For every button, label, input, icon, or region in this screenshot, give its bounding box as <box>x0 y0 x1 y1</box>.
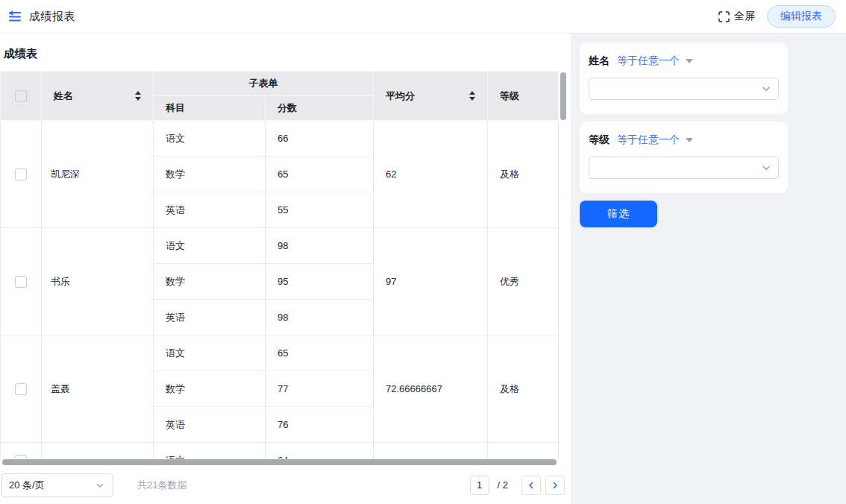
header-score: 分数 <box>266 96 374 121</box>
filter-head: 等级 等于任意一个 <box>589 133 779 147</box>
pagination-bar: 20 条/页 共21条数据 1 / 2 <box>0 466 571 504</box>
main-content: 成绩表 姓名 <box>0 34 846 504</box>
header-name-label: 姓名 <box>54 89 73 103</box>
average-cell: 97 <box>374 228 488 336</box>
filter-card-name: 姓名 等于任意一个 <box>580 42 788 114</box>
page-indicator: / 2 <box>498 479 508 491</box>
subject-cell: 数学 <box>154 371 266 407</box>
sort-average-icon[interactable] <box>469 91 475 101</box>
header-name: 姓名 <box>42 72 154 121</box>
top-bar-left: 成绩报表 <box>7 9 75 24</box>
average-cell: 62 <box>374 121 488 228</box>
top-bar-right: 全屏 编辑报表 <box>718 5 836 28</box>
table-header: 姓名 子表单 平均分 等级 <box>1 72 559 121</box>
horizontal-scrollbar <box>0 459 571 466</box>
filter-value-select-grade[interactable] <box>589 157 779 179</box>
prev-page-button[interactable] <box>521 476 541 495</box>
filter-head: 姓名 等于任意一个 <box>589 54 779 68</box>
grade-cell: 优秀 <box>488 228 559 336</box>
chevron-right-icon <box>551 481 560 490</box>
grade-cell <box>488 443 559 459</box>
table-row: 语文64 <box>1 443 559 459</box>
chevron-down-icon <box>761 163 771 173</box>
fullscreen-icon <box>718 11 730 22</box>
edit-report-button[interactable]: 编辑报表 <box>767 5 836 28</box>
filter-operator-link[interactable]: 等于任意一个 <box>617 54 680 68</box>
filter-operator-link[interactable]: 等于任意一个 <box>617 133 680 147</box>
table-row: 凯尼深语文6662及格 <box>1 121 559 157</box>
sort-name-icon[interactable] <box>135 91 141 101</box>
top-bar: 成绩报表 全屏 编辑报表 <box>0 0 846 34</box>
filter-card-grade: 等级 等于任意一个 <box>580 122 788 193</box>
total-count-label: 共21条数据 <box>137 479 187 492</box>
subject-cell: 语文 <box>154 443 266 459</box>
row-checkbox-cell <box>1 121 42 228</box>
name-cell: 盖聂 <box>42 336 154 443</box>
table-row: 书乐语文9897优秀 <box>1 228 559 264</box>
caret-down-icon[interactable] <box>686 59 693 63</box>
vertical-scrollbar <box>560 71 566 459</box>
subject-cell: 语文 <box>154 336 266 371</box>
table-title: 成绩表 <box>0 34 571 71</box>
subject-cell: 数学 <box>154 264 266 300</box>
vertical-scrollbar-thumb[interactable] <box>560 72 566 120</box>
filter-field-label: 等级 <box>589 133 610 147</box>
chevron-down-icon <box>761 84 771 94</box>
report-table-panel: 成绩表 姓名 <box>0 34 571 504</box>
subject-cell: 英语 <box>154 192 266 228</box>
score-cell: 95 <box>266 264 374 300</box>
header-average-label: 平均分 <box>386 89 415 103</box>
score-cell: 55 <box>266 192 374 228</box>
subject-cell: 语文 <box>154 121 266 157</box>
row-checkbox[interactable] <box>15 383 27 395</box>
fullscreen-label: 全屏 <box>734 10 755 23</box>
subject-cell: 语文 <box>154 228 266 264</box>
name-cell <box>42 443 154 459</box>
header-average: 平均分 <box>374 72 488 121</box>
filter-panel: 姓名 等于任意一个 等级 等于任意一个 筛选 <box>571 34 846 504</box>
fullscreen-button[interactable]: 全屏 <box>718 10 755 23</box>
select-all-checkbox[interactable] <box>15 90 27 102</box>
header-subform: 子表单 <box>154 72 374 96</box>
name-cell: 书乐 <box>42 228 154 336</box>
row-checkbox[interactable] <box>15 168 27 180</box>
average-cell: 72.66666667 <box>374 336 488 443</box>
score-cell: 66 <box>266 121 374 157</box>
average-cell <box>374 443 488 459</box>
row-checkbox[interactable] <box>15 276 27 288</box>
grades-table: 姓名 子表单 平均分 等级 <box>0 71 559 459</box>
menu-collapse-icon[interactable] <box>7 9 22 24</box>
score-cell: 65 <box>266 336 374 371</box>
row-checkbox-cell <box>1 228 42 336</box>
chevron-left-icon <box>527 481 536 490</box>
header-checkbox-cell <box>1 72 42 121</box>
filter-value-select-name[interactable] <box>589 78 779 100</box>
grade-cell: 及格 <box>488 336 559 443</box>
filter-field-label: 姓名 <box>589 54 610 68</box>
filter-submit-button[interactable]: 筛选 <box>580 201 657 227</box>
caret-down-icon[interactable] <box>686 138 693 142</box>
score-cell: 98 <box>266 300 374 336</box>
header-subject: 科目 <box>154 96 266 121</box>
row-checkbox-cell <box>1 443 42 459</box>
horizontal-scrollbar-thumb[interactable] <box>2 459 557 465</box>
score-cell: 64 <box>266 443 374 459</box>
row-checkbox-cell <box>1 336 42 443</box>
subject-cell: 英语 <box>154 300 266 336</box>
table-row: 盖聂语文6572.66666667及格 <box>1 336 559 371</box>
subject-cell: 英语 <box>154 407 266 443</box>
next-page-button[interactable] <box>545 476 565 495</box>
app-window: 成绩报表 全屏 编辑报表 成绩表 <box>0 0 846 504</box>
subject-cell: 数学 <box>154 157 266 192</box>
table-body: 凯尼深语文6662及格数学65英语55书乐语文9897优秀数学95英语98盖聂语… <box>1 121 559 459</box>
grade-cell: 及格 <box>488 121 559 228</box>
score-cell: 98 <box>266 228 374 264</box>
score-cell: 65 <box>266 157 374 192</box>
name-cell: 凯尼深 <box>42 121 154 228</box>
current-page-input[interactable]: 1 <box>470 476 489 495</box>
chevron-down-icon <box>95 481 104 490</box>
page-title: 成绩报表 <box>29 10 75 24</box>
header-grade: 等级 <box>488 72 559 121</box>
page-size-value: 20 条/页 <box>9 479 45 492</box>
page-size-select[interactable]: 20 条/页 <box>1 473 113 497</box>
